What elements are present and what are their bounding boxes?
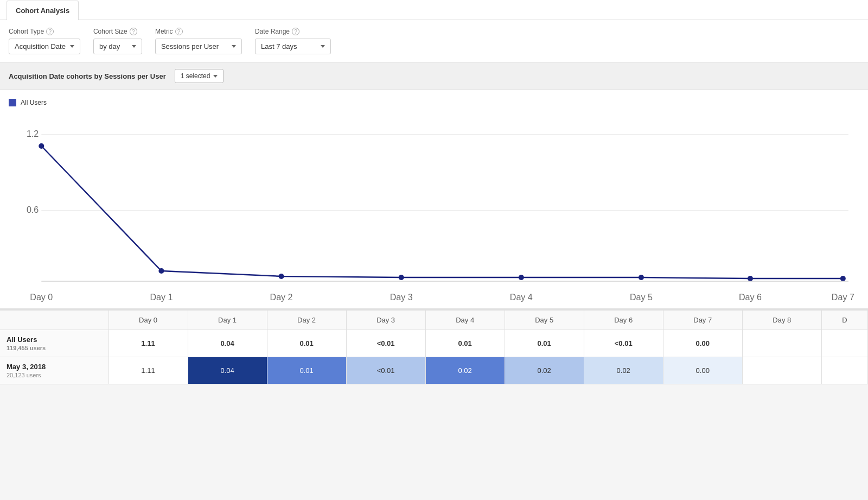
controls-bar: Cohort Type ? Acquisition Date Cohort Si…: [0, 20, 868, 62]
svg-text:Day 7: Day 7: [832, 292, 854, 302]
chart-section: Acquisition Date cohorts by Sessions per…: [0, 62, 868, 308]
date-range-dropdown[interactable]: Last 7 days: [255, 39, 331, 54]
date-range-help-icon[interactable]: ?: [292, 28, 299, 35]
cohort-type-dropdown[interactable]: Acquisition Date: [9, 39, 80, 54]
svg-text:Day 6: Day 6: [739, 292, 762, 302]
table-header-row: Day 0 Day 1 Day 2 Day 3 Day 4 Day 5 Day …: [0, 311, 868, 330]
line-chart-svg: 1.2 0.6 Day 0 Day 1 Day 2 Day 3 Day 4 Da…: [9, 113, 859, 308]
all-users-day8: [742, 330, 821, 357]
col-header-day3: Day 3: [346, 311, 425, 330]
cohort-size-group: Cohort Size ? by day: [93, 28, 142, 54]
cohort-size-label: Cohort Size ?: [93, 28, 142, 35]
all-users-label-cell: All Users 119,455 users: [0, 330, 108, 357]
col-header-label: [0, 311, 108, 330]
may3-sub-label: 20,123 users: [7, 372, 102, 378]
chart-header: Acquisition Date cohorts by Sessions per…: [0, 62, 868, 90]
all-users-dayn: [821, 330, 867, 357]
col-header-day6: Day 6: [584, 311, 663, 330]
svg-text:0.6: 0.6: [27, 205, 39, 214]
col-header-day4: Day 4: [425, 311, 505, 330]
legend-label: All Users: [21, 99, 47, 106]
table-row-all-users: All Users 119,455 users 1.11 0.04 0.01 <…: [0, 330, 868, 357]
svg-text:Day 0: Day 0: [30, 292, 53, 302]
all-users-day7: 0.00: [663, 330, 742, 357]
col-header-day0: Day 0: [108, 311, 188, 330]
dot-day5: [639, 275, 644, 280]
may3-dayn: [821, 357, 867, 384]
dot-day6: [748, 276, 753, 281]
may3-main-label: May 3, 2018: [7, 363, 102, 371]
metric-help-icon[interactable]: ?: [175, 28, 183, 35]
date-range-chevron-icon: [321, 45, 325, 48]
chart-area: All Users 1.2 0.6 Day 0 Day 1 Day 2 Day …: [0, 90, 868, 308]
all-users-main-label: All Users: [7, 336, 102, 344]
tab-bar: Cohort Analysis: [0, 0, 868, 20]
svg-text:Day 4: Day 4: [510, 292, 533, 302]
all-users-day3: <0.01: [346, 330, 425, 357]
date-range-group: Date Range ? Last 7 days: [255, 28, 331, 54]
metric-group: Metric ? Sessions per User: [155, 28, 242, 54]
col-header-day1: Day 1: [188, 311, 267, 330]
dot-day4: [519, 275, 524, 280]
all-users-sub-label: 119,455 users: [7, 345, 102, 351]
col-header-day7: Day 7: [663, 311, 742, 330]
col-header-dayn: D: [821, 311, 867, 330]
dot-day0: [39, 143, 44, 149]
may3-day5: 0.02: [505, 357, 584, 384]
may3-day3: <0.01: [346, 357, 425, 384]
selected-chevron-icon: [213, 75, 218, 78]
col-header-day5: Day 5: [505, 311, 584, 330]
all-users-day2: 0.01: [267, 330, 346, 357]
svg-text:1.2: 1.2: [27, 129, 39, 138]
chart-title: Acquisition Date cohorts by Sessions per…: [9, 72, 166, 80]
col-header-day2: Day 2: [267, 311, 346, 330]
may3-day4: 0.02: [425, 357, 505, 384]
dot-day3: [399, 275, 404, 280]
dot-day7: [840, 276, 846, 281]
cohort-size-chevron-icon: [132, 45, 136, 48]
svg-text:Day 5: Day 5: [630, 292, 653, 302]
table-row-may3: May 3, 2018 20,123 users 1.11 0.04 0.01 …: [0, 357, 868, 384]
selected-button[interactable]: 1 selected: [175, 69, 224, 83]
may3-day1: 0.04: [188, 357, 267, 384]
cohort-analysis-tab[interactable]: Cohort Analysis: [7, 1, 79, 20]
col-header-day8: Day 8: [742, 311, 821, 330]
all-users-day5: 0.01: [505, 330, 584, 357]
cohort-type-label: Cohort Type ?: [9, 28, 80, 35]
date-range-label: Date Range ?: [255, 28, 331, 35]
may3-day6: 0.02: [584, 357, 663, 384]
dot-day1: [158, 268, 164, 274]
legend-color-swatch: [9, 99, 16, 106]
svg-text:Day 2: Day 2: [270, 292, 293, 302]
metric-label: Metric ?: [155, 28, 242, 35]
all-users-day4: 0.01: [425, 330, 505, 357]
dot-day2: [279, 274, 284, 279]
metric-chevron-icon: [232, 45, 236, 48]
svg-text:Day 1: Day 1: [150, 292, 173, 302]
svg-text:Day 3: Day 3: [390, 292, 413, 302]
may3-day7: 0.00: [663, 357, 742, 384]
cohort-type-help-icon[interactable]: ?: [46, 28, 54, 35]
cohort-size-dropdown[interactable]: by day: [93, 39, 142, 54]
all-users-day6: <0.01: [584, 330, 663, 357]
cohort-table: Day 0 Day 1 Day 2 Day 3 Day 4 Day 5 Day …: [0, 311, 868, 384]
chart-legend: All Users: [9, 99, 859, 106]
may3-day2: 0.01: [267, 357, 346, 384]
line-chart-container: 1.2 0.6 Day 0 Day 1 Day 2 Day 3 Day 4 Da…: [9, 113, 859, 308]
cohort-size-help-icon[interactable]: ?: [130, 28, 137, 35]
cohort-type-group: Cohort Type ? Acquisition Date: [9, 28, 80, 54]
may3-day8: [742, 357, 821, 384]
cohort-type-chevron-icon: [70, 45, 74, 48]
table-section: Day 0 Day 1 Day 2 Day 3 Day 4 Day 5 Day …: [0, 308, 868, 384]
all-users-day0: 1.11: [108, 330, 188, 357]
may3-day0: 1.11: [108, 357, 188, 384]
all-users-day1: 0.04: [188, 330, 267, 357]
may3-label-cell: May 3, 2018 20,123 users: [0, 357, 108, 384]
metric-dropdown[interactable]: Sessions per User: [155, 39, 242, 54]
